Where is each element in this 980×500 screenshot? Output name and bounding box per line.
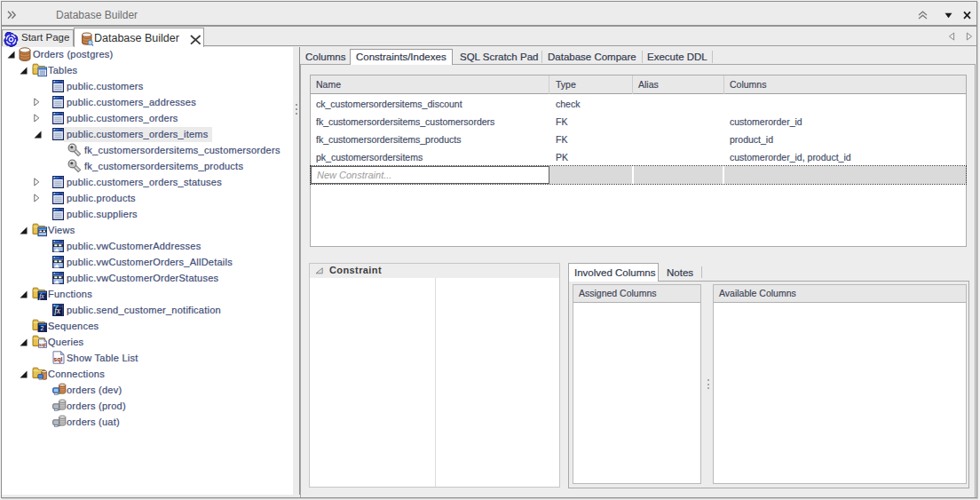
svg-text:sql: sql [39,342,47,347]
svg-text:fx: fx [54,306,61,315]
svg-text:fx: fx [39,292,44,300]
svg-text:2: 2 [41,325,44,331]
svg-text:sql: sql [53,355,62,363]
